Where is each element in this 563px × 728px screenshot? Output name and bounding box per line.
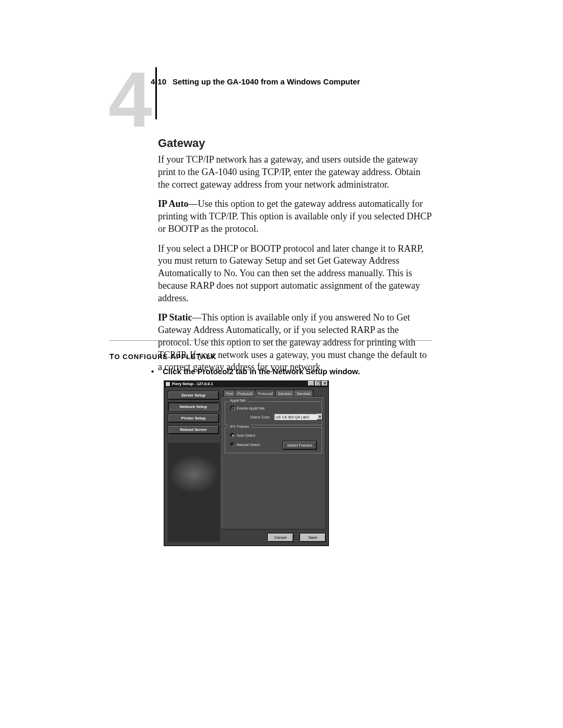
chapter-title: Setting up the GA-1040 from a Windows Co… [173, 77, 360, 86]
running-header: 4-10Setting up the GA-1040 from a Window… [143, 77, 360, 86]
section-heading-gateway: Gateway [158, 135, 432, 151]
radio-label: Auto Select [237, 434, 255, 437]
radio-manual-select[interactable]: Manual Select [230, 442, 260, 447]
sidebar-watermark-image [168, 443, 220, 542]
tab-panel: AppleTalk ✓ Enable AppleTalk Select Zone… [221, 397, 326, 529]
paragraph: If your TCP/IP network has a gateway, an… [158, 154, 432, 191]
combo-select-zone[interactable]: US CA 303 QA Lab3 ▾ [274, 414, 323, 420]
body-text: Gateway If your TCP/IP network has a gat… [158, 135, 432, 374]
tab-service1[interactable]: Service1 [275, 390, 295, 397]
minimize-button[interactable]: _ [308, 381, 314, 386]
app-icon [165, 381, 170, 387]
procedure-block: TO CONFIGURE APPLETALK • Click the Proto… [109, 352, 432, 376]
select-frames-button[interactable]: Select Frames [283, 441, 317, 450]
tabstrip: Port Protocol1 Protocol2 Service1 Servic… [224, 390, 313, 397]
procedure-step-text: Click the Protocol2 tab in the Network S… [163, 367, 360, 376]
fiery-setup-window: Fiery Setup - 127.0.0.1 _ ❐ ✕ Port Proto… [164, 380, 329, 546]
radio-label: Manual Select [237, 443, 260, 447]
close-icon: ✕ [323, 381, 327, 386]
label-select-zone: Select Zone [250, 415, 270, 419]
save-button[interactable]: Save [300, 533, 326, 542]
combo-value: US CA 303 QA Lab3 [276, 415, 309, 419]
manual-page: 4 4-10Setting up the GA-1040 from a Wind… [0, 0, 563, 728]
term-ip-auto: IP Auto [158, 199, 189, 209]
sidebar-server-setup[interactable]: Server Setup [168, 391, 219, 400]
chevron-down-icon: ▾ [317, 414, 323, 420]
tab-port[interactable]: Port [224, 390, 236, 397]
maximize-button[interactable]: ❐ [315, 381, 321, 386]
group-legend-ipx: IPX Frames [228, 425, 251, 428]
checkbox-label: Enable AppleTalk [237, 406, 265, 410]
radio-auto-select[interactable]: Auto Select [230, 433, 255, 437]
paragraph: IP Auto—Use this option to get the gatew… [158, 198, 432, 235]
procedure-step: • Click the Protocol2 tab in the Network… [151, 367, 432, 376]
bullet-icon: • [151, 367, 154, 376]
page-reference: 4-10 [143, 77, 173, 86]
checkbox-icon: ✓ [230, 406, 235, 410]
section-divider [109, 340, 432, 341]
header-divider [155, 67, 157, 119]
paragraph: If you select a DHCP or BOOTP protocol a… [158, 243, 432, 305]
window-title: Fiery Setup - 127.0.0.1 [172, 381, 213, 386]
dialog-footer: Cancel Save [261, 533, 326, 542]
group-appletalk: AppleTalk ✓ Enable AppleTalk Select Zone… [225, 401, 322, 425]
radio-icon [230, 433, 235, 437]
sidebar: Server Setup Network Setup Printer Setup… [168, 391, 219, 437]
tab-protocol2[interactable]: Protocol2 [255, 390, 276, 397]
tab-protocol1[interactable]: Protocol1 [235, 390, 256, 397]
group-ipx-frames: IPX Frames Auto Select Manual Select Sel… [225, 427, 322, 453]
minimize-icon: _ [310, 381, 312, 386]
sidebar-printer-setup[interactable]: Printer Setup [168, 414, 219, 423]
tab-service2[interactable]: Service2 [294, 390, 313, 397]
group-legend-appletalk: AppleTalk [228, 399, 247, 402]
procedure-heading: TO CONFIGURE APPLETALK [109, 352, 432, 361]
close-button[interactable]: ✕ [322, 381, 328, 386]
chapter-number-watermark: 4 [108, 60, 148, 139]
sidebar-reboot-server[interactable]: Reboot Server [168, 425, 219, 434]
radio-icon [230, 442, 235, 447]
window-titlebar[interactable]: Fiery Setup - 127.0.0.1 _ ❐ ✕ [164, 380, 329, 387]
sidebar-network-setup[interactable]: Network Setup [168, 402, 219, 411]
cancel-button[interactable]: Cancel [267, 533, 293, 542]
maximize-icon: ❐ [316, 381, 320, 386]
term-ip-static: IP Static [158, 312, 192, 323]
checkbox-enable-appletalk[interactable]: ✓ Enable AppleTalk [230, 406, 265, 410]
